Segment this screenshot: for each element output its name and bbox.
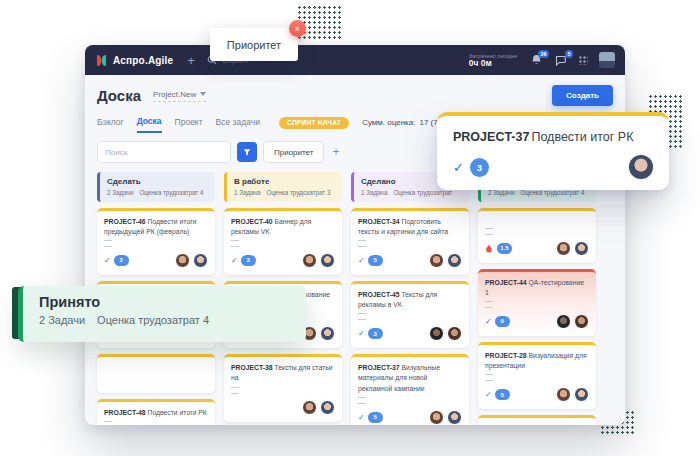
assignee-avatar[interactable]: [320, 400, 335, 415]
user-avatar[interactable]: [599, 52, 615, 68]
score-badge: 5: [368, 412, 383, 423]
check-icon: ✓: [104, 256, 111, 265]
assignee-avatar[interactable]: [320, 253, 335, 268]
app-window: Аспро.Agile + Спринт Затрачено сегодня 0…: [85, 45, 625, 425]
task-title: PROJECT-34Подготовить тексты и картинки …: [358, 217, 462, 237]
task-title: PROJECT-45Тексты для рекламы в VK: [358, 290, 462, 310]
score-badge: 3: [241, 255, 256, 266]
navbar-right: Затрачено сегодня 0ч 0м 26 5: [469, 52, 615, 68]
zoomed-task-card[interactable]: PROJECT-37Подвести итог РК ✓ 3: [437, 112, 669, 190]
assignee-avatar[interactable]: [302, 400, 317, 415]
task-card[interactable]: PROJECT-44QA-тестирование 1 ✓ 0: [478, 269, 596, 336]
task-card[interactable]: PROJECT-48Подвести итоги РК ✓ 2: [97, 399, 215, 425]
assignee-avatar[interactable]: [447, 253, 462, 268]
check-icon: ✓: [485, 317, 492, 326]
column-header[interactable]: В работе 1 Задача Оценка трудозатрат 3: [224, 172, 342, 202]
board-selector[interactable]: Project.New: [153, 90, 206, 102]
messages-badge: 5: [565, 50, 573, 58]
score-badge: 1.5: [497, 243, 512, 254]
tab-project[interactable]: Проект: [175, 113, 203, 132]
assignee-avatar[interactable]: [574, 387, 589, 402]
task-title: PROJECT-38Тексты для статьи на: [231, 363, 335, 383]
tab-all-tasks[interactable]: Все задачи: [216, 113, 260, 132]
description-icon: [358, 397, 366, 404]
task-title: PROJECT-28Визуализация для презентации: [485, 351, 589, 371]
assignee-avatar[interactable]: [429, 326, 444, 341]
notifications-button[interactable]: 26: [530, 54, 543, 67]
score-badge: 3: [368, 328, 383, 339]
task-title: PROJECT-48Подвести итоги РК: [104, 408, 208, 418]
notifications-badge: 26: [538, 50, 549, 58]
assignee-avatar[interactable]: [574, 241, 589, 256]
task-card[interactable]: PROJECT-38Тексты для статьи на ✓: [224, 354, 342, 421]
assignee-avatar[interactable]: [629, 155, 653, 179]
task-card[interactable]: PROJECT-37Визуальные материалы для новой…: [351, 354, 469, 425]
tab-backlog[interactable]: Бэклог: [97, 113, 124, 132]
time-tracker[interactable]: Затрачено сегодня 0ч 0м: [469, 53, 517, 68]
task-title: PROJECT-44QA-тестирование 1: [485, 278, 589, 298]
accepted-meta: 2 Задачи Оценка трудозатрат 4: [39, 314, 290, 326]
messages-button[interactable]: 5: [554, 54, 567, 67]
column-title: Сделать: [107, 177, 208, 186]
assignee-avatar[interactable]: [429, 253, 444, 268]
priority-filter-chip[interactable]: Приоритет: [263, 141, 324, 163]
brand: Аспро.Agile: [95, 54, 173, 67]
check-icon: ✓: [358, 329, 365, 338]
add-icon[interactable]: +: [187, 53, 195, 68]
task-card[interactable]: PROJECT-19Тексты для рекламы VK ✓ 5: [478, 415, 596, 425]
close-icon[interactable]: ×: [289, 20, 306, 37]
column-meta: 2 Задачи Оценка трудозатрат 4: [107, 189, 208, 196]
description-icon: [231, 387, 239, 394]
add-filter-icon[interactable]: +: [332, 145, 339, 159]
sprint-summary-label: Сумм. оценка:: [362, 118, 415, 127]
check-icon: ✓: [231, 256, 238, 265]
task-card[interactable]: PROJECT-45Тексты для рекламы в VK ✓ 3: [351, 281, 469, 348]
task-title: PROJECT-46Подвести итоги предыдущей РК (…: [104, 217, 208, 237]
assignee-avatar[interactable]: [556, 387, 571, 402]
task-card[interactable]: PROJECT-40Баннер для рекламы VK ✓ 3: [224, 208, 342, 275]
accepted-title: Принято: [39, 294, 290, 310]
assignee-avatar[interactable]: [193, 253, 208, 268]
zoomed-task-title: PROJECT-37Подвести итог РК: [453, 130, 653, 144]
description-icon: [485, 374, 493, 381]
accepted-column-overlay: Принято 2 Задачи Оценка трудозатрат 4: [18, 286, 306, 342]
filter-button[interactable]: [237, 142, 257, 162]
apps-grid-icon[interactable]: [578, 55, 588, 65]
assignee-avatar[interactable]: [556, 314, 571, 329]
assignee-avatar[interactable]: [447, 410, 462, 425]
logo-icon: [95, 54, 108, 67]
description-icon: [231, 240, 239, 247]
check-icon: ✓: [485, 390, 492, 399]
assignee-avatar[interactable]: [574, 314, 589, 329]
assignee-avatar[interactable]: [556, 241, 571, 256]
assignee-avatar[interactable]: [320, 326, 335, 341]
assignee-avatar[interactable]: [302, 253, 317, 268]
column-title: В работе: [234, 177, 335, 186]
description-icon: [104, 240, 112, 247]
assignee-avatar[interactable]: [429, 410, 444, 425]
priority-tooltip: Приоритет ×: [210, 28, 298, 61]
search-input[interactable]: [97, 141, 231, 163]
brand-name: Аспро.Agile: [113, 55, 173, 66]
funnel-icon: [243, 148, 251, 157]
task-card[interactable]: PROJECT-34Подготовить тексты и картинки …: [351, 208, 469, 275]
board-selector-value: Project.New: [153, 90, 196, 99]
task-card[interactable]: [97, 354, 215, 393]
tab-board[interactable]: Доска: [137, 112, 162, 133]
board-header: Доска Project.New Создать: [85, 75, 625, 110]
top-navbar: Аспро.Agile + Спринт Затрачено сегодня 0…: [85, 45, 625, 75]
description-icon: [485, 228, 493, 235]
column-header[interactable]: Сделать 2 Задачи Оценка трудозатрат 4: [97, 172, 215, 202]
score-badge: 0: [495, 316, 510, 327]
task-card[interactable]: 1.5: [478, 208, 596, 263]
page: Аспро.Agile + Спринт Затрачено сегодня 0…: [0, 0, 700, 456]
description-icon: [358, 313, 366, 320]
task-title: PROJECT-19Тексты для рекламы VK: [485, 424, 589, 425]
create-button[interactable]: Создать: [552, 85, 613, 106]
description-icon: [104, 421, 112, 425]
task-card[interactable]: PROJECT-28Визуализация для презентации ✓…: [478, 342, 596, 409]
check-icon: ✓: [453, 160, 464, 175]
assignee-avatar[interactable]: [447, 326, 462, 341]
task-card[interactable]: PROJECT-46Подвести итоги предыдущей РК (…: [97, 208, 215, 275]
assignee-avatar[interactable]: [175, 253, 190, 268]
